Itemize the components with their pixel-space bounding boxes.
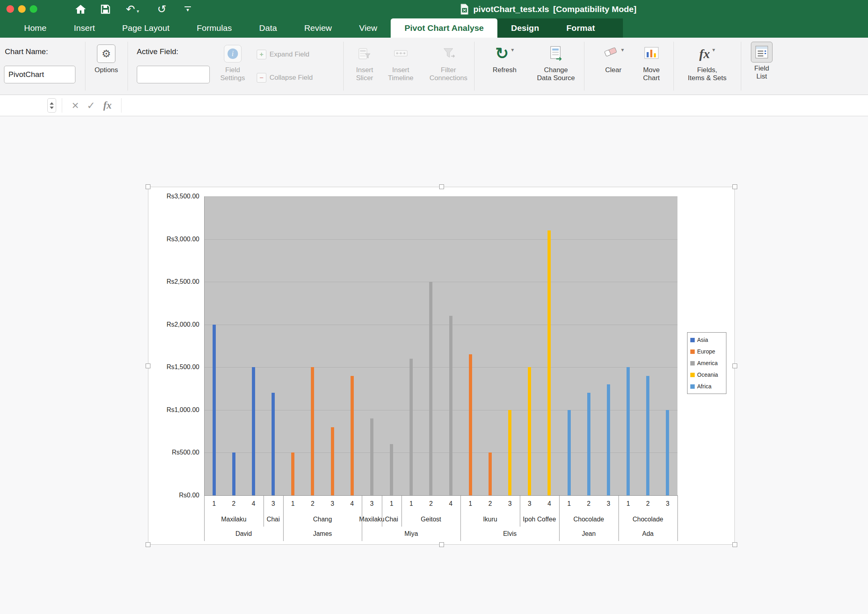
tab-view[interactable]: View xyxy=(345,18,391,38)
legend-entry[interactable]: Europe xyxy=(690,348,726,355)
chart-name-input[interactable] xyxy=(4,66,75,83)
change-data-source-button[interactable]: Change Data Source xyxy=(537,43,575,82)
insert-timeline-button[interactable]: Insert Timeline xyxy=(388,43,414,82)
chart-bar-africa[interactable] xyxy=(607,384,610,495)
chart-bar-europe[interactable] xyxy=(311,367,314,495)
tab-pivot-chart-analyse[interactable]: Pivot Chart Analyse xyxy=(391,18,497,38)
home-button[interactable] xyxy=(75,0,87,18)
selection-handle-n[interactable] xyxy=(439,184,444,189)
zoom-button[interactable] xyxy=(30,5,37,13)
x-axis-product-label: Maxilaku xyxy=(204,512,264,527)
x-axis-product-label: Chocolade xyxy=(619,512,678,527)
chart-bar-oceania[interactable] xyxy=(528,367,531,495)
stepper-up-icon[interactable] xyxy=(50,102,54,105)
selection-handle-ne[interactable] xyxy=(732,184,737,189)
chart-bar-africa[interactable] xyxy=(646,376,649,495)
selection-handle-sw[interactable] xyxy=(146,542,150,547)
legend-entry[interactable]: Africa xyxy=(690,383,726,390)
clear-button[interactable]: ▾ Clear xyxy=(602,43,624,74)
worksheet-canvas[interactable]: AsiaEuropeAmericaOceaniaAfrica Rs3,500.0… xyxy=(0,116,868,614)
selection-handle-se[interactable] xyxy=(732,542,737,547)
cancel-button[interactable]: × xyxy=(72,99,79,111)
selection-handle-nw[interactable] xyxy=(146,184,150,189)
save-button[interactable] xyxy=(100,0,111,18)
plot-gridline xyxy=(204,282,677,282)
refresh-dropdown-caret[interactable]: ▾ xyxy=(511,46,514,53)
chart-bar-africa[interactable] xyxy=(627,367,630,495)
insert-function-button[interactable]: fx xyxy=(103,100,112,111)
field-list-button[interactable]: Field List xyxy=(751,42,773,81)
enter-button[interactable]: ✓ xyxy=(87,100,95,111)
x-axis-item-label: 3 xyxy=(658,495,677,512)
redo-button[interactable]: ↺ xyxy=(157,0,166,18)
chart-bar-america[interactable] xyxy=(370,418,373,495)
name-box-stepper[interactable] xyxy=(47,98,56,113)
chart-bar-africa[interactable] xyxy=(568,410,571,495)
move-chart-button[interactable]: Move Chart xyxy=(643,43,660,82)
undo-dropdown-caret[interactable]: ▾ xyxy=(137,8,139,14)
chart-bar-europe[interactable] xyxy=(291,452,294,495)
expand-field-button[interactable]: + Expand Field xyxy=(257,50,309,59)
refresh-button[interactable]: ↻ ▾ Refresh xyxy=(493,43,517,74)
x-axis-item-label: 1 xyxy=(283,495,303,512)
chart-bar-asia[interactable] xyxy=(232,452,235,495)
chart-bar-europe[interactable] xyxy=(351,376,354,495)
legend-entry[interactable]: Asia xyxy=(690,337,726,343)
options-button[interactable]: ⚙ Options xyxy=(95,43,118,74)
selection-handle-e[interactable] xyxy=(732,364,737,368)
filter-connections-icon xyxy=(442,43,455,64)
legend-swatch xyxy=(690,338,695,342)
tab-page-layout[interactable]: Page Layout xyxy=(109,18,183,38)
close-button[interactable] xyxy=(6,5,14,13)
fields-items-sets-dropdown-caret[interactable]: ▾ xyxy=(712,46,715,53)
chart-name-label: Chart Name: xyxy=(5,47,48,56)
chart-bar-america[interactable] xyxy=(390,444,393,495)
chart-bar-africa[interactable] xyxy=(666,410,669,495)
y-axis-tick-label: Rs3,000.00 xyxy=(148,235,199,243)
field-settings-button[interactable]: i Field Settings xyxy=(220,43,245,82)
stepper-down-icon[interactable] xyxy=(50,107,54,109)
ribbon: Chart Name: ⚙ Options Active Field: i Fi… xyxy=(0,38,868,95)
tab-data[interactable]: Data xyxy=(245,18,290,38)
selection-handle-s[interactable] xyxy=(439,542,444,547)
filter-connections-button[interactable]: Filter Connections xyxy=(430,43,468,82)
tab-insert[interactable]: Insert xyxy=(60,18,109,38)
tab-design[interactable]: Design xyxy=(497,18,553,38)
formula-input[interactable] xyxy=(127,95,868,116)
chart-bar-europe[interactable] xyxy=(331,427,334,496)
x-axis-item-label: 4 xyxy=(243,495,263,512)
chart-bar-asia[interactable] xyxy=(272,393,275,495)
name-box[interactable] xyxy=(0,95,47,116)
axis-group-separator xyxy=(362,495,362,541)
undo-button[interactable]: ↶▾ xyxy=(126,0,139,18)
tab-formulas[interactable]: Formulas xyxy=(183,18,246,38)
chart-bar-america[interactable] xyxy=(429,282,432,495)
chart-bar-oceania[interactable] xyxy=(548,230,551,495)
clear-dropdown-caret[interactable]: ▾ xyxy=(621,46,624,53)
x-axis-product-label: Maxilaku xyxy=(362,512,381,527)
window-title-filename: pivotChart_test.xls xyxy=(473,4,549,14)
tab-review[interactable]: Review xyxy=(290,18,345,38)
chart-bar-america[interactable] xyxy=(449,316,452,495)
chart-bar-oceania[interactable] xyxy=(508,410,511,495)
chart-bar-europe[interactable] xyxy=(489,452,492,495)
chart-bar-asia[interactable] xyxy=(213,325,216,495)
chart-bar-america[interactable] xyxy=(410,359,413,495)
chart-bar-asia[interactable] xyxy=(252,367,255,495)
chart-bar-africa[interactable] xyxy=(587,393,590,495)
toolbar-menu-button[interactable]: ▾ xyxy=(185,0,191,18)
active-field-input[interactable] xyxy=(137,66,210,83)
legend-entry[interactable]: Oceania xyxy=(690,372,726,378)
pivot-chart[interactable]: AsiaEuropeAmericaOceaniaAfrica Rs3,500.0… xyxy=(148,187,735,545)
collapse-field-button[interactable]: – Collapse Field xyxy=(257,73,313,83)
tab-home[interactable]: Home xyxy=(10,18,60,38)
selection-handle-w[interactable] xyxy=(146,364,150,368)
chart-bar-europe[interactable] xyxy=(469,354,472,495)
fields-items-sets-button[interactable]: fx ▾ Fields, Items & Sets xyxy=(688,43,726,82)
tab-format[interactable]: Format xyxy=(553,18,608,38)
insert-slicer-button[interactable]: Insert Slicer xyxy=(356,43,373,82)
expand-field-icon: + xyxy=(257,50,266,59)
chart-legend[interactable]: AsiaEuropeAmericaOceaniaAfrica xyxy=(687,332,726,394)
minimize-button[interactable] xyxy=(18,5,26,13)
legend-entry[interactable]: America xyxy=(690,360,726,366)
